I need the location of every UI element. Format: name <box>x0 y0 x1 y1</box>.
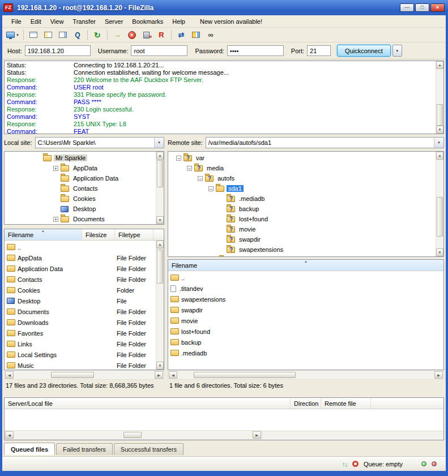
scroll-up-button[interactable]: ▲ <box>156 152 164 160</box>
scroll-up-button[interactable]: ▲ <box>436 61 443 69</box>
expander-icon[interactable]: − <box>176 156 181 161</box>
tree-item[interactable]: ?movie <box>168 224 436 234</box>
scroll-down-button[interactable]: ▼ <box>156 216 164 224</box>
tree-item[interactable]: Application Data <box>5 173 156 183</box>
remote-tree-scrollbar[interactable]: ▲ ▼ <box>436 152 443 256</box>
scroll-right-button[interactable]: ▶ <box>253 431 261 439</box>
column-header-filename[interactable]: ▲Filename <box>5 229 82 240</box>
tree-item[interactable]: ?swapdir <box>168 234 436 245</box>
find-files-button[interactable]: ∞ <box>204 29 217 41</box>
toggle-queue-button[interactable]: Q <box>71 29 84 41</box>
file-row[interactable]: DesktopFile <box>5 295 156 306</box>
file-row[interactable]: FavoritesFile Folder <box>5 328 156 338</box>
file-row[interactable]: .. <box>168 272 443 283</box>
tree-item[interactable]: −?media <box>168 163 436 173</box>
scroll-thumb[interactable] <box>51 372 94 378</box>
file-row[interactable]: .mediadb <box>168 348 443 358</box>
tree-item[interactable]: Contacts <box>5 183 156 194</box>
column-header-remote-file[interactable]: Remote file <box>321 398 371 409</box>
close-button[interactable]: × <box>430 3 445 12</box>
menu-transfer[interactable]: Transfer <box>68 16 100 27</box>
titlebar[interactable]: FZ 192.168.1.20 - root@192.168.1.20 - Fi… <box>0 0 448 15</box>
file-row[interactable]: CookiesFolder <box>5 285 156 295</box>
scroll-thumb[interactable] <box>123 432 142 438</box>
file-row[interactable]: ContactsFile Folder <box>5 274 156 285</box>
tree-item[interactable]: −sda1 <box>168 183 436 194</box>
tree-item[interactable]: Desktop <box>5 204 156 214</box>
expander-icon[interactable]: + <box>53 217 58 222</box>
menu-bookmarks[interactable]: Bookmarks <box>127 16 168 27</box>
tab-successful-transfers[interactable]: Successful transfers <box>114 443 184 455</box>
reconnect-button[interactable]: R <box>155 29 168 41</box>
tree-item[interactable]: ?dvd <box>168 255 436 256</box>
menu-new-version[interactable]: New version available! <box>195 16 267 27</box>
file-row[interactable]: DownloadsFile Folder <box>5 317 156 328</box>
column-header-filename[interactable]: ▲Filename <box>168 260 443 271</box>
maximize-button[interactable]: □ <box>415 3 429 12</box>
file-row[interactable]: LinksFile Folder <box>5 338 156 349</box>
file-row[interactable]: AppDataFile Folder <box>5 252 156 263</box>
file-row[interactable]: movie <box>168 315 443 326</box>
log-scrollbar[interactable]: ▲ ▼ <box>436 61 443 134</box>
remote-list-hscrollbar[interactable]: ◀ ▶ <box>168 370 444 380</box>
column-header-filesize[interactable]: Filesize <box>82 229 115 240</box>
toggle-message-log-button[interactable] <box>27 29 40 41</box>
scroll-left-button[interactable]: ◀ <box>5 431 14 439</box>
scroll-thumb[interactable] <box>437 197 443 237</box>
tree-item[interactable]: ?.mediadb <box>168 194 436 204</box>
file-row[interactable]: backup <box>168 337 443 348</box>
local-list-scrollbar[interactable]: ▲ ▼ <box>156 241 164 370</box>
refresh-button[interactable]: ↻ <box>91 29 104 41</box>
vertical-panel-splitter[interactable] <box>164 136 168 380</box>
process-queue-button[interactable]: → <box>110 29 124 41</box>
file-row[interactable]: Local SettingsFile Folder <box>5 349 156 360</box>
tree-item[interactable]: −?autofs <box>168 173 436 183</box>
tree-item[interactable]: +Documents <box>5 214 156 224</box>
queue-hscrollbar[interactable]: ◀ ▶ <box>5 430 262 440</box>
scroll-down-button[interactable]: ▼ <box>156 362 164 370</box>
quickconnect-dropdown-button[interactable]: ▼ <box>392 45 402 57</box>
filter-icon[interactable] <box>352 461 359 467</box>
toggle-remote-tree-button[interactable] <box>56 29 70 41</box>
site-manager-button[interactable]: ▼ <box>5 29 20 41</box>
file-row[interactable]: swapdir <box>168 305 443 315</box>
cancel-button[interactable]: × <box>125 29 139 41</box>
local-list-hscrollbar[interactable]: ◀ ▶ <box>4 370 164 380</box>
username-input[interactable] <box>131 45 187 56</box>
scroll-left-button[interactable]: ◀ <box>5 371 14 379</box>
tab-failed-transfers[interactable]: Failed transfers <box>56 443 113 455</box>
menu-edit[interactable]: Edit <box>26 16 46 27</box>
tab-queued-files[interactable]: Queued files <box>4 443 55 455</box>
scroll-thumb[interactable] <box>157 250 163 284</box>
scroll-thumb[interactable] <box>437 104 443 126</box>
tree-item[interactable]: Mr Sparkle <box>5 153 156 163</box>
file-row[interactable]: DocumentsFile Folder <box>5 306 156 317</box>
horizontal-panel-splitter[interactable] <box>2 393 446 397</box>
scroll-right-button[interactable]: ▶ <box>434 371 443 379</box>
expander-icon[interactable]: + <box>53 166 58 171</box>
column-header-filetype[interactable]: Filetype <box>115 229 153 240</box>
menu-server[interactable]: Server <box>100 16 127 27</box>
tree-item[interactable]: ?swapextensions <box>168 245 436 255</box>
chevron-down-icon[interactable]: ▼ <box>16 33 19 37</box>
column-header-server-local-file[interactable]: Server/Local file <box>5 398 291 409</box>
menu-view[interactable]: View <box>46 16 69 27</box>
toggle-local-tree-button[interactable] <box>41 29 55 41</box>
column-header-direction[interactable]: Direction <box>291 398 321 409</box>
menu-help[interactable]: Help <box>168 16 190 27</box>
scroll-up-button[interactable]: ▲ <box>156 241 164 248</box>
port-input[interactable] <box>307 45 331 56</box>
expander-icon[interactable]: − <box>187 166 192 171</box>
scroll-up-button[interactable]: ▲ <box>436 152 443 160</box>
scroll-down-button[interactable]: ▼ <box>436 248 443 256</box>
file-row[interactable]: MusicFile Folder <box>5 360 156 370</box>
file-row[interactable]: .. <box>5 242 156 252</box>
quickconnect-button[interactable]: Quickconnect <box>337 45 391 57</box>
local-tree-scrollbar[interactable]: ▲ ▼ <box>156 152 164 224</box>
file-row[interactable]: .titandev <box>168 283 443 294</box>
minimize-button[interactable]: — <box>400 3 414 12</box>
file-row[interactable]: lost+found <box>168 326 443 337</box>
local-site-combo[interactable]: C:\Users\Mr Sparkle\ ▼ <box>35 137 164 148</box>
scroll-down-button[interactable]: ▼ <box>436 126 443 134</box>
tree-item[interactable]: +AppData <box>5 163 156 173</box>
